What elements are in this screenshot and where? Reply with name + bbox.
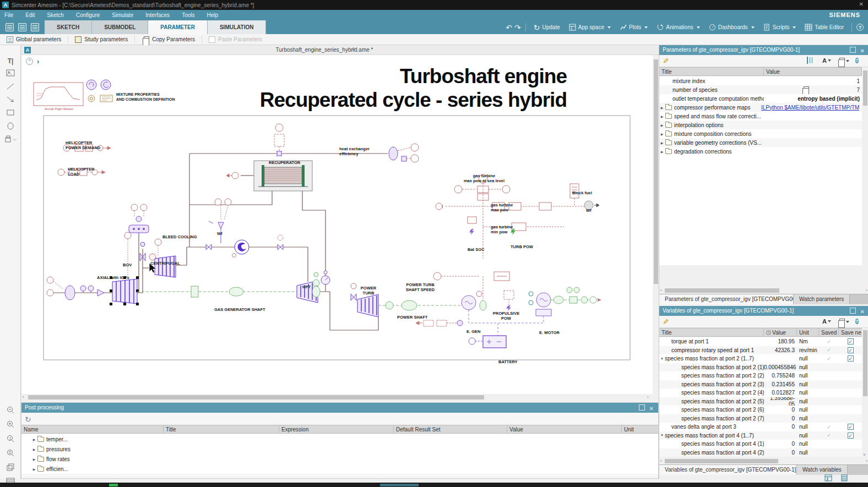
flight-mission-chart-icon[interactable] <box>34 83 83 106</box>
scroll-down-icon[interactable]: ˅ <box>863 452 866 458</box>
expand-icon[interactable]: ▶ <box>659 114 665 118</box>
scroll-right-icon[interactable]: › <box>647 395 649 400</box>
float-panel-icon[interactable] <box>850 308 856 314</box>
app-space-button[interactable]: App space <box>566 21 614 33</box>
menu-tools[interactable]: Tools <box>182 12 194 18</box>
group-tool-icon[interactable] <box>5 135 16 146</box>
variable-row[interactable]: vanes delta angle at port 3 0 null ✓ ✓ <box>659 423 862 431</box>
menu-sketch[interactable]: Sketch <box>47 12 64 18</box>
param-row[interactable]: mixture index 1 <box>659 76 862 85</box>
variables-table-header[interactable]: Title Value Unit Saved Save ne <box>659 328 862 337</box>
compact-view-icon[interactable] <box>841 474 848 483</box>
e-gen-icon[interactable] <box>462 291 482 310</box>
variables-vscrollbar[interactable]: ˅ <box>862 328 868 458</box>
expand-icon[interactable]: ▼ <box>659 357 665 360</box>
axial-compressor-icon[interactable] <box>110 232 139 305</box>
gas-turbine-control-cluster[interactable] <box>436 174 572 259</box>
post-table-header[interactable]: Name Title Expression Default Result Set… <box>21 425 658 434</box>
bleed-cooling-icons[interactable] <box>129 204 149 233</box>
save-next-checkbox[interactable]: ✓ <box>848 347 854 353</box>
float-panel-icon[interactable] <box>639 404 645 411</box>
zoom-reset-icon[interactable]: 1 <box>5 435 16 446</box>
hx-efficiency-sensor-icon[interactable] <box>274 124 284 156</box>
save-file-icon[interactable] <box>31 23 39 31</box>
save-next-checkbox[interactable]: ✓ <box>848 355 854 362</box>
expand-icon[interactable]: ▶ <box>659 141 665 145</box>
tab-sketch[interactable]: SKETCH <box>45 20 92 34</box>
param-row[interactable]: ▶ variable geometry corrections (VS... <box>659 138 862 147</box>
menu-interfaces[interactable]: Interfaces <box>145 12 170 18</box>
ellipse-tool-icon[interactable] <box>5 122 16 133</box>
expand-icon[interactable]: ▼ <box>659 434 665 437</box>
tab-parameters[interactable]: Parameters of gte_compressor_igv [GTECOM… <box>659 294 794 304</box>
save-next-checkbox[interactable]: ✓ <box>848 338 854 344</box>
pressure-gauge-icon[interactable] <box>321 271 330 284</box>
centrifugal-compressor-icon[interactable] <box>155 239 176 277</box>
inlet-chain-icons[interactable] <box>47 277 104 300</box>
canvas-hscrollbar[interactable]: ‹ › <box>21 394 653 401</box>
scroll-left-icon[interactable]: ‹ <box>23 395 24 400</box>
copy-options-icon[interactable] <box>838 58 849 64</box>
param-row[interactable]: ▶ degradation corrections <box>659 147 862 156</box>
expand-icon[interactable]: ▶ <box>659 132 665 136</box>
tab-simulation[interactable]: SIMULATION <box>208 20 266 34</box>
parameters-vscrollbar[interactable] <box>862 67 868 287</box>
plots-button[interactable]: Plots <box>616 21 651 33</box>
variable-row[interactable]: species mass fraction at port 4 (1) 0 nu… <box>659 440 862 448</box>
document-tab[interactable]: Turboshaft_engine_series_hybrid.ame * <box>21 47 627 53</box>
close-panel-icon[interactable]: ✕ <box>649 404 654 414</box>
bov-valve-icon[interactable] <box>140 242 156 261</box>
variable-row[interactable]: compressor rotary speed at port 1 42326.… <box>659 346 862 355</box>
line-tool-icon[interactable] <box>5 83 16 94</box>
new-file-icon[interactable] <box>6 23 14 31</box>
save-next-checkbox[interactable]: ✓ <box>848 424 854 430</box>
copy-value-icon[interactable] <box>804 86 809 93</box>
pt-shaft-speed-sensor-icon[interactable] <box>433 272 509 299</box>
menu-edit[interactable]: Edit <box>25 12 35 18</box>
variable-row[interactable]: species mass fraction at port 2 (3) 0.23… <box>659 380 862 389</box>
variable-row[interactable]: ▼ species mass fraction at port 4 (1..7)… <box>659 431 862 440</box>
variable-row[interactable]: species mass fraction at port 2 (2) 0.75… <box>659 371 862 380</box>
variable-row[interactable]: species mass fraction at port 2 (5) 1.39… <box>659 397 862 406</box>
combustor-icon[interactable] <box>232 240 249 258</box>
float-panel-icon[interactable] <box>850 47 856 53</box>
submodel-copy-icon[interactable] <box>5 463 16 474</box>
fuel-injector-icon[interactable] <box>209 199 231 243</box>
expand-icon[interactable]: ▶ <box>659 150 665 154</box>
battery-icon[interactable] <box>469 336 506 348</box>
recuperator-icon[interactable] <box>254 161 312 191</box>
zoom-fit-icon[interactable] <box>5 449 16 460</box>
menu-configure[interactable]: Configure <box>76 12 100 18</box>
param-row[interactable]: number of species 7 <box>659 85 862 94</box>
param-row[interactable]: outlet temperature computation method en… <box>659 94 862 103</box>
study-parameters-button[interactable]: Study parameters <box>68 34 134 45</box>
propulsive-pow-sensor-icon[interactable] <box>504 291 514 311</box>
font-options-icon[interactable]: A <box>822 318 831 325</box>
tab-watch-parameters[interactable]: Watch parameters <box>794 294 850 304</box>
home-sketch-icon[interactable]: ^ <box>26 58 33 65</box>
zoom-out-icon[interactable] <box>5 406 16 417</box>
animations-button[interactable]: Animations <box>653 21 703 33</box>
parameters-panel-header[interactable]: Parameters of gte_compressor_igv [GTECOM… <box>659 45 868 55</box>
image-tool-icon[interactable] <box>5 69 16 80</box>
post-row[interactable]: ▶ flow rates <box>21 454 658 464</box>
table-editor-button[interactable]: Table Editor <box>801 21 847 33</box>
variable-row[interactable]: species mass fraction at port 4 (2) 0 nu… <box>659 448 862 457</box>
copy-parameters-button[interactable]: Copy Parameters <box>135 34 202 45</box>
variable-row[interactable]: torque at port 1 180.95 Nm ✓ ✓ <box>659 337 862 346</box>
dashboards-button[interactable]: Dashboards <box>706 21 758 33</box>
expand-icon[interactable]: ▶ <box>31 457 37 461</box>
tab-parameter[interactable]: PARAMETER <box>148 20 208 34</box>
param-row[interactable]: ▶ interpolation options <box>659 121 862 129</box>
variable-row[interactable]: species mass fraction at port 2 (4) 0.01… <box>659 388 862 397</box>
update-button[interactable]: ↻Update <box>530 21 563 33</box>
mixture-properties-icons[interactable] <box>86 80 112 102</box>
document-close-icon[interactable]: × <box>352 46 355 52</box>
window-close-icon[interactable]: ✕ <box>859 1 864 7</box>
expand-icon[interactable]: ▶ <box>31 447 37 451</box>
e-motor-icon[interactable] <box>529 292 551 316</box>
text-tool-icon[interactable]: T| <box>5 56 16 67</box>
table-export-icon[interactable] <box>807 57 808 63</box>
global-parameters-button[interactable]: Global parameters <box>0 34 68 45</box>
undo-icon[interactable]: ↶ <box>506 23 512 32</box>
